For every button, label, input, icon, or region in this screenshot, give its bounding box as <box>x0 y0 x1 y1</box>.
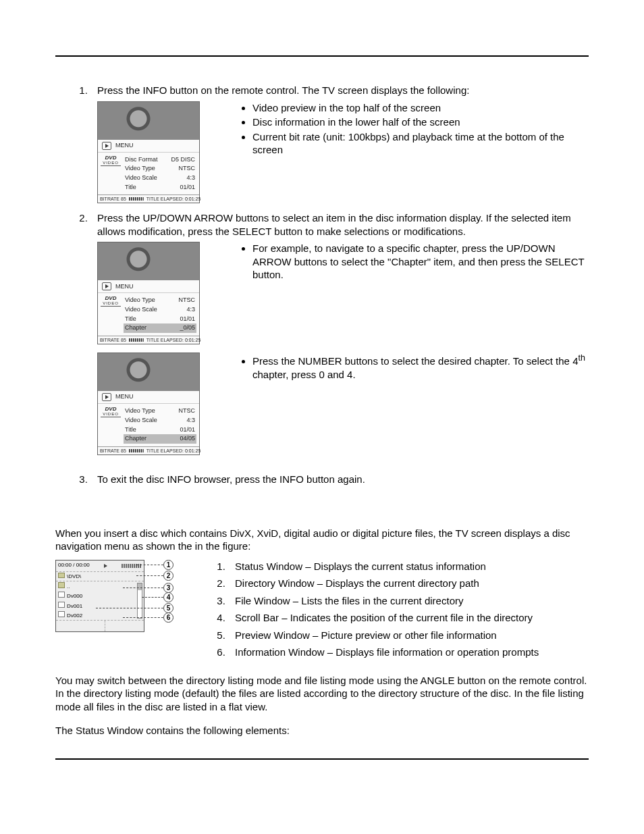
step-1-row: MENU DVD VIDEO Disc FormatD5 DISC Video … <box>97 101 589 208</box>
info-screenshot-2b: MENU DVDVIDEO Video TypeNTSC Video Scale… <box>97 353 200 455</box>
para-status: The Status Window contains the following… <box>55 724 589 737</box>
v: 4:3 <box>186 417 195 425</box>
body-content: Press the INFO button on the remote cont… <box>55 84 589 737</box>
k: Video Type <box>125 165 155 173</box>
nav-figure: 00:00 / 00:00 \DVD\ .. Dv000 Dv001 Dv002 <box>55 560 190 622</box>
menu-label: MENU <box>115 142 134 150</box>
v: 4:3 <box>186 306 195 314</box>
k: Video Type <box>125 407 155 415</box>
status-time: 00:00 / 00:00 <box>58 562 90 569</box>
bitrate-bar: BITRATE 85 TITLE ELAPSED: 0:01:25 <box>98 194 199 203</box>
k: Title <box>125 426 136 434</box>
video-preview <box>98 242 199 280</box>
callout-3: 3 <box>123 583 173 593</box>
k: Video Type <box>125 296 155 305</box>
v: 04/05 <box>180 435 195 443</box>
step-2-figure-a: MENU DVDVIDEO Video TypeNTSC Video Scale… <box>97 242 219 348</box>
dvd-logo: DVD VIDEO <box>101 155 121 192</box>
directory-window: \DVD\ <box>56 572 144 581</box>
bullet: Current bit rate (unit: 100kbps) and pla… <box>252 130 589 157</box>
video-preview <box>98 353 199 391</box>
v: 01/01 <box>180 315 195 323</box>
bar-left: BITRATE 85 <box>100 196 126 202</box>
callout-5: 5 <box>96 603 173 613</box>
menu-label: MENU <box>115 393 134 401</box>
meter-icon <box>129 338 144 342</box>
callout-1: 1 <box>136 560 173 570</box>
bullet: Press the NUMBER buttons to select the d… <box>252 353 589 381</box>
t: chapter, press 0 and 4. <box>252 369 356 380</box>
footer-rule <box>55 758 589 760</box>
bar-left: BITRATE 85 <box>100 448 126 454</box>
nav-item: Information Window – Displays file infor… <box>228 646 589 659</box>
k: Title <box>125 315 136 323</box>
file-name: .. <box>67 583 70 590</box>
nav-item: Directory Window – Displays the current … <box>228 577 589 590</box>
k: Video Scale <box>125 306 157 314</box>
video-preview <box>98 102 199 140</box>
nav-item: Scroll Bar – Indicates the position of t… <box>228 611 589 625</box>
v: D5 DISC <box>171 156 195 164</box>
information-window <box>105 621 144 631</box>
v: _0/05 <box>180 324 195 332</box>
v: NTSC <box>179 165 196 173</box>
dir-path: \DVD\ <box>67 573 81 579</box>
logo-main: DVD <box>105 155 117 161</box>
bar-right: TITLE ELAPSED: 0:01:25 <box>146 196 201 202</box>
nav-intro: When you insert a disc which contains Di… <box>55 527 589 553</box>
menu-label: MENU <box>115 283 134 291</box>
step-1-text: Press the INFO button on the remote cont… <box>97 84 469 96</box>
logo-sub: VIDEO <box>101 301 121 307</box>
k: Chapter <box>125 324 146 332</box>
callout-4: 4 <box>142 592 173 602</box>
bar-right: TITLE ELAPSED: 0:01:25 <box>146 337 201 343</box>
step-2-row-b: MENU DVDVIDEO Video TypeNTSC Video Scale… <box>97 353 589 459</box>
callout-6: 6 <box>123 613 173 623</box>
header-rule <box>55 55 589 57</box>
kv-table: Disc FormatD5 DISC Video TypeNTSC Video … <box>124 155 196 192</box>
nav-list: Status Window – Displays the current sta… <box>211 560 589 663</box>
sup: th <box>578 353 585 363</box>
nav-screenshot: 00:00 / 00:00 \DVD\ .. Dv000 Dv001 Dv002 <box>55 560 177 622</box>
v: NTSC <box>179 407 196 415</box>
dvd-logo: DVDVIDEO <box>101 407 121 444</box>
bullet: Disc information in the lower half of th… <box>252 115 589 129</box>
callout-num: 4 <box>163 592 173 602</box>
logo-sub: VIDEO <box>101 161 121 166</box>
callout-num: 2 <box>163 571 173 581</box>
file-name: Dv000 <box>67 593 82 599</box>
folder-icon <box>58 582 65 588</box>
v: NTSC <box>179 296 196 305</box>
logo-main: DVD <box>105 295 117 301</box>
step-1: Press the INFO button on the remote cont… <box>90 84 589 207</box>
logo-main: DVD <box>105 406 117 412</box>
k: Chapter <box>125 435 146 443</box>
callout-num: 5 <box>163 603 173 613</box>
play-status-icon <box>104 564 107 568</box>
meter-icon <box>129 449 144 452</box>
v: 01/01 <box>180 426 195 434</box>
file-icon <box>58 592 65 598</box>
info-screenshot-2a: MENU DVDVIDEO Video TypeNTSC Video Scale… <box>97 242 200 344</box>
step-1-bullets: Video preview in the top half of the scr… <box>239 101 589 158</box>
bar-right: TITLE ELAPSED: 0:01:25 <box>146 448 201 454</box>
play-icon <box>102 142 111 150</box>
nav-item: Status Window – Displays the current sta… <box>228 560 589 573</box>
step-2-text: Press the UP/DOWN ARROW buttons to selec… <box>97 212 571 237</box>
nav-item: Preview Window – Picture preview or othe… <box>228 629 589 642</box>
status-window: 00:00 / 00:00 <box>56 561 144 572</box>
file-name: Dv001 <box>67 603 82 609</box>
play-icon <box>102 393 111 401</box>
step-2-row-a: MENU DVDVIDEO Video TypeNTSC Video Scale… <box>97 242 589 348</box>
k: Title <box>125 184 136 192</box>
meter-icon <box>129 197 144 201</box>
file-name: Dv002 <box>67 613 82 619</box>
step-3-text: To exit the disc INFO browser, press the… <box>97 473 365 485</box>
info-screenshot-1: MENU DVD VIDEO Disc FormatD5 DISC Video … <box>97 101 200 204</box>
v: 01/01 <box>180 184 195 192</box>
bullet: Video preview in the top half of the scr… <box>252 101 589 115</box>
nav-item: File Window – Lists the files in the cur… <box>228 594 589 608</box>
folder-icon <box>58 573 67 579</box>
callout-2: 2 <box>136 571 173 581</box>
play-icon <box>102 282 111 290</box>
